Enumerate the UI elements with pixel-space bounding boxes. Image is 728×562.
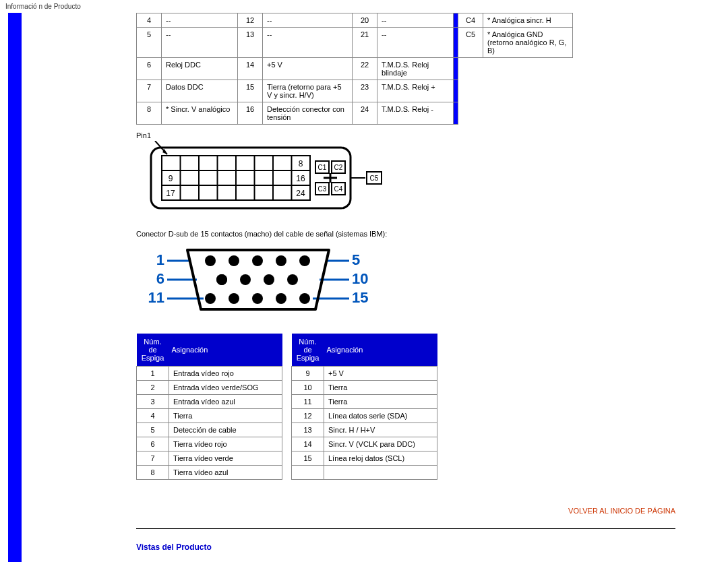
svg-point-59 xyxy=(252,293,263,304)
svg-point-55 xyxy=(216,274,227,285)
svg-text:1: 1 xyxy=(156,251,164,268)
svg-text:C1: C1 xyxy=(318,164,327,171)
svg-text:8: 8 xyxy=(299,159,303,168)
dsub-connector-diagram: 1 6 11 5 10 15 xyxy=(136,245,379,319)
side-blue-bar xyxy=(8,13,22,562)
svg-text:C4: C4 xyxy=(334,185,343,193)
svg-point-44 xyxy=(205,255,216,266)
svg-point-52 xyxy=(287,274,298,285)
svg-point-45 xyxy=(229,255,239,266)
svg-point-60 xyxy=(276,293,286,304)
svg-text:24: 24 xyxy=(296,189,305,198)
dvi-pin-table: 4 -- 12 -- 20 -- C4 * Analógica sincr. H… xyxy=(136,13,573,125)
svg-point-58 xyxy=(229,293,239,304)
section-divider xyxy=(136,528,675,529)
svg-point-50 xyxy=(240,274,251,285)
svg-point-51 xyxy=(264,274,274,285)
dsub-caption: Conector D-sub de 15 contactos (macho) d… xyxy=(136,230,675,238)
main-content: 4 -- 12 -- 20 -- C4 * Analógica sincr. H… xyxy=(22,13,675,562)
svg-text:6: 6 xyxy=(156,270,164,287)
svg-text:5: 5 xyxy=(352,251,360,268)
back-to-top-link[interactable]: VOLVER AL INICIO DE PÁGINA xyxy=(136,507,675,515)
svg-text:11: 11 xyxy=(148,289,164,306)
svg-text:16: 16 xyxy=(296,174,305,183)
svg-point-57 xyxy=(205,293,216,304)
svg-text:9: 9 xyxy=(169,174,173,183)
svg-text:17: 17 xyxy=(166,189,175,198)
pin-assignment-table: Núm. de Espiga Asignación Núm. de Espiga… xyxy=(136,334,437,480)
svg-point-47 xyxy=(276,255,286,266)
svg-text:C5: C5 xyxy=(370,175,379,182)
dvi-pin1-label: Pin1 xyxy=(136,131,675,139)
svg-point-48 xyxy=(299,255,310,266)
svg-point-46 xyxy=(252,255,263,266)
svg-text:15: 15 xyxy=(352,289,368,306)
svg-text:C2: C2 xyxy=(334,164,343,171)
page-header: Informació n de Producto xyxy=(0,0,728,13)
svg-text:10: 10 xyxy=(352,270,368,287)
section-title-product-views: Vistas del Producto xyxy=(136,542,675,552)
svg-text:C3: C3 xyxy=(318,185,327,193)
svg-point-61 xyxy=(299,293,310,304)
dvi-connector-diagram: 9 17 8 16 24 C1 C2 C3 C4 C5 xyxy=(136,141,392,215)
